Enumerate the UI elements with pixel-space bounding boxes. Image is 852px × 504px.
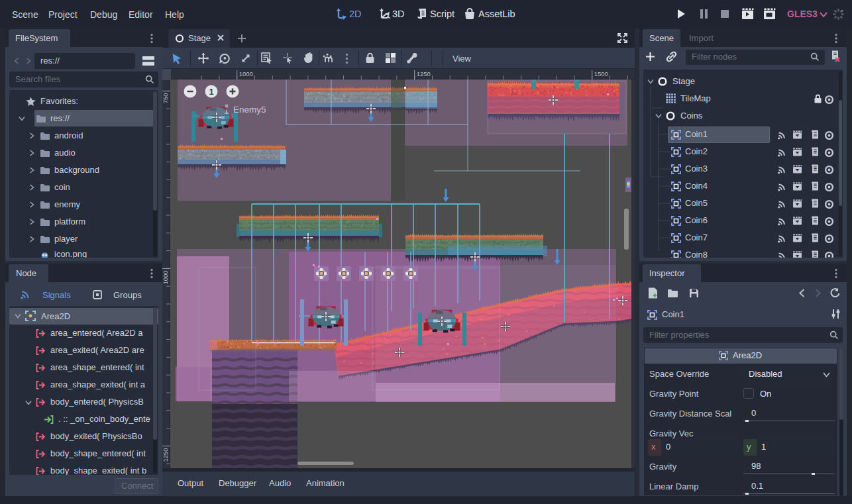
svg-text:1250: 1250 xyxy=(162,448,169,462)
svg-text:1000: 1000 xyxy=(162,270,169,284)
svg-text:1: 1 xyxy=(209,87,213,97)
svg-text:Enemy5: Enemy5 xyxy=(233,105,266,115)
svg-text:1250: 1250 xyxy=(417,70,431,77)
svg-text:1500: 1500 xyxy=(594,70,608,77)
svg-text:750: 750 xyxy=(162,93,169,103)
svg-text:1000: 1000 xyxy=(239,70,253,77)
